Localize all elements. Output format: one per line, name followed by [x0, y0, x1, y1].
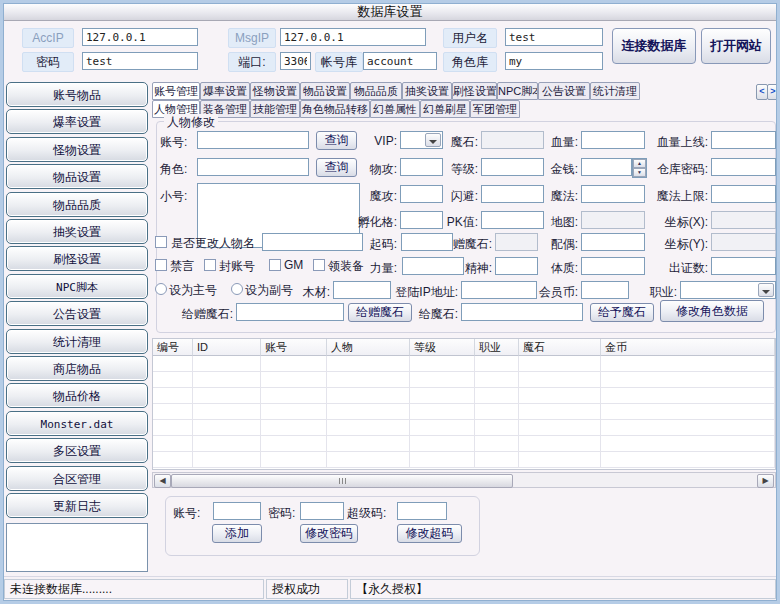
vip-dropdown-arrow-icon[interactable] — [425, 133, 441, 147]
tizhi-input[interactable] — [581, 257, 645, 275]
dengji-input[interactable] — [481, 158, 544, 176]
rename-checkbox[interactable] — [155, 236, 167, 248]
liliang-input[interactable] — [402, 257, 464, 275]
username-input[interactable] — [505, 28, 603, 46]
sidebar-item-12[interactable]: Monster.dat — [6, 411, 148, 436]
sidebar-item-14[interactable]: 合区管理 — [6, 466, 148, 491]
fuhua-ge-input[interactable] — [400, 211, 443, 229]
tab-sub-5[interactable]: 幻兽刷星 — [420, 100, 470, 118]
vip-combobox[interactable] — [400, 131, 443, 149]
mogong-input[interactable] — [400, 185, 443, 203]
sidebar-item-9[interactable]: 统计清理 — [6, 329, 148, 354]
give-zeng-input[interactable] — [236, 303, 344, 321]
table-header-3[interactable]: 人物 — [327, 339, 410, 356]
jinqian-input[interactable] — [581, 158, 632, 176]
sidebar-item-2[interactable]: 怪物设置 — [6, 137, 148, 162]
connect-database-button[interactable]: 连接数据库 — [612, 28, 696, 64]
panel-account-input[interactable] — [213, 502, 261, 520]
msgip-input[interactable] — [280, 28, 426, 46]
open-website-button[interactable]: 打开网站 — [701, 28, 771, 64]
table-header-6[interactable]: 魔石 — [519, 339, 601, 356]
modify-role-data-button[interactable]: 修改角色数据 — [660, 300, 764, 322]
sidebar-item-5[interactable]: 抽奖设置 — [6, 219, 148, 244]
role-input[interactable] — [197, 158, 309, 176]
horizontal-scrollbar[interactable]: ◀ ▶ — [152, 472, 776, 488]
jinqian-spinner[interactable]: ▲▼ — [632, 158, 647, 178]
tab-top-2[interactable]: 怪物设置 — [250, 82, 300, 100]
new-name-input[interactable] — [262, 233, 363, 251]
sidebar-listbox[interactable] — [6, 523, 148, 572]
jingshen-input[interactable] — [495, 257, 538, 275]
flag-checkbox-1[interactable] — [204, 259, 216, 271]
flag-checkbox-3[interactable] — [313, 259, 325, 271]
tab-top-4[interactable]: 物品品质 — [350, 82, 402, 100]
sidebar-item-15[interactable]: 更新日志 — [6, 493, 148, 518]
table-header-4[interactable]: 等级 — [410, 339, 475, 356]
tab-sub-2[interactable]: 技能管理 — [250, 100, 300, 118]
shanbi-input[interactable] — [481, 185, 544, 203]
set-role-radio-0[interactable] — [155, 283, 167, 295]
huiyuanbi-input[interactable] — [581, 281, 629, 299]
give-moshi-input[interactable] — [461, 303, 583, 321]
sidebar-item-7[interactable]: NPC脚本 — [6, 274, 148, 299]
tab-top-3[interactable]: 物品设置 — [300, 82, 350, 100]
port-input[interactable] — [280, 52, 311, 70]
account-input[interactable] — [197, 131, 309, 149]
sidebar-item-3[interactable]: 物品设置 — [6, 164, 148, 189]
scroll-left-arrow-icon[interactable]: ◀ — [154, 474, 171, 488]
password-input[interactable] — [82, 52, 198, 70]
mofa-input[interactable] — [581, 185, 645, 203]
panel-super-input[interactable] — [397, 502, 447, 520]
change-super-button[interactable]: 修改超码 — [397, 524, 462, 543]
sidebar-item-8[interactable]: 公告设置 — [6, 301, 148, 326]
mofa-max-input[interactable] — [711, 185, 776, 203]
give-zeng-button[interactable]: 给赠魔石 — [348, 303, 412, 322]
table-header-0[interactable]: 编号 — [153, 339, 193, 356]
login-ip-input[interactable] — [461, 281, 537, 299]
query-role-button[interactable]: 查询 — [316, 158, 357, 177]
scroll-right-arrow-icon[interactable]: ▶ — [757, 474, 774, 488]
zhiye-dropdown-arrow-icon[interactable] — [758, 283, 774, 297]
accdb-input[interactable] — [363, 52, 437, 70]
sidebar-item-4[interactable]: 物品品质 — [6, 192, 148, 217]
jinqian-spin-up-icon[interactable]: ▲ — [633, 159, 646, 168]
change-password-button[interactable]: 修改密码 — [300, 524, 358, 543]
give-moshi-button[interactable]: 给予魔石 — [590, 303, 654, 322]
set-role-radio-1[interactable] — [231, 283, 243, 295]
flag-checkbox-0[interactable] — [155, 259, 167, 271]
tab-top-9[interactable]: 统计清理 — [590, 82, 640, 100]
tab-top-8[interactable]: 公告设置 — [538, 82, 590, 100]
tab-top-6[interactable]: 刷怪设置 — [452, 82, 497, 100]
sidebar-item-6[interactable]: 刷怪设置 — [6, 246, 148, 271]
xueliang-max-input[interactable] — [711, 131, 776, 149]
wugong-input[interactable] — [400, 158, 443, 176]
cangku-mima-input[interactable] — [711, 158, 776, 176]
pk-value-input[interactable] — [481, 211, 544, 229]
mucai-input[interactable] — [333, 281, 391, 299]
chuzhengshu-input[interactable] — [711, 257, 776, 275]
table-header-5[interactable]: 职业 — [475, 339, 519, 356]
panel-password-input[interactable] — [300, 502, 344, 520]
peiou-input[interactable] — [581, 233, 645, 251]
table-header-2[interactable]: 账号 — [261, 339, 327, 356]
sidebar-item-0[interactable]: 账号物品 — [6, 82, 148, 107]
tab-top-7[interactable]: NPC脚本 — [497, 82, 538, 100]
table-header-1[interactable]: ID — [193, 339, 261, 356]
table-header-7[interactable]: 金币 — [601, 339, 775, 356]
flag-checkbox-2[interactable] — [269, 259, 281, 271]
tab-sub-3[interactable]: 角色物品转移 — [300, 100, 370, 118]
accip-input[interactable] — [82, 28, 198, 46]
tab-sub-4[interactable]: 幻兽属性 — [370, 100, 420, 118]
sidebar-item-10[interactable]: 商店物品 — [6, 356, 148, 381]
tab-top-5[interactable]: 抽奖设置 — [402, 82, 452, 100]
roledb-input[interactable] — [505, 52, 603, 70]
query-account-button[interactable]: 查询 — [316, 131, 357, 150]
tab-scroll-right-icon[interactable]: > — [767, 84, 779, 100]
sidebar-item-1[interactable]: 爆率设置 — [6, 109, 148, 134]
tab-top-0[interactable]: 账号管理 — [152, 82, 200, 100]
jinqian-spin-down-icon[interactable]: ▼ — [633, 168, 646, 177]
add-account-button[interactable]: 添加 — [212, 524, 262, 543]
tab-sub-6[interactable]: 军团管理 — [470, 100, 520, 118]
qima-input[interactable] — [401, 233, 453, 251]
scrollbar-thumb[interactable] — [171, 474, 513, 488]
